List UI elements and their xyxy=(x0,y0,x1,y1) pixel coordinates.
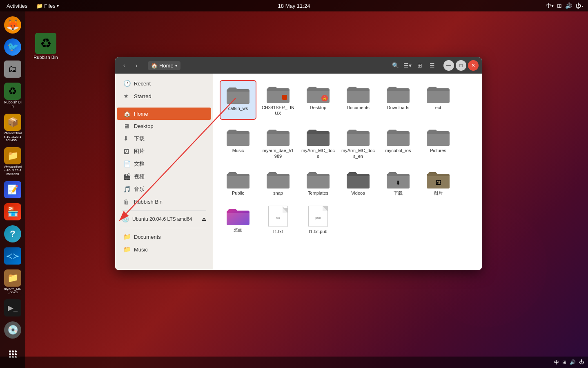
file-item-t1txtpub[interactable]: pub t1.txt.pub xyxy=(300,202,336,238)
bottom-network-icon[interactable]: ⊞ xyxy=(562,359,566,365)
bottom-input-icon[interactable]: 中 xyxy=(554,359,559,366)
file-item-myarm-docs[interactable]: myArm_MC_docs xyxy=(300,123,336,163)
sidebar-sep2 xyxy=(122,210,206,211)
dock-item-terminal[interactable]: ▶_ xyxy=(2,298,23,318)
dock-item-appstore[interactable]: 🏪 xyxy=(2,202,23,222)
home-icon: 🏠 xyxy=(123,110,131,117)
sidebar-label-pictures: 图片 xyxy=(134,148,145,155)
sidebar-item-downloads[interactable]: ⬇ 下载 xyxy=(117,132,211,145)
location-home[interactable]: 🏠 Home ▾ xyxy=(148,61,180,70)
dock-item-vmware1[interactable]: 📦 VMwareTools-10-.3.23-1659455... xyxy=(2,112,23,144)
sidebar-label-downloads: 下载 xyxy=(134,135,145,142)
ch341ser-label: CH341SER_LINUX xyxy=(261,105,295,117)
sidebar-item-videos[interactable]: 🎬 视频 xyxy=(117,171,211,183)
lock-badge: 🔒 xyxy=(321,95,328,101)
input-icon[interactable]: 中▾ xyxy=(546,2,554,9)
sidebar-label-starred: Starred xyxy=(134,93,151,99)
power-icon[interactable]: ⏻▾ xyxy=(575,2,584,9)
sidebar-item-starred[interactable]: ★ Starred xyxy=(117,90,211,102)
sidebar-sep1 xyxy=(122,105,206,105)
tupian-label: 图片 xyxy=(434,190,443,196)
sidebar-drive-ubuntu[interactable]: 💿 Ubuntu 20.04.6 LTS amd64 ⏏ xyxy=(115,213,213,225)
maximize-button[interactable]: □ xyxy=(456,60,466,71)
file-item-documents[interactable]: Documents xyxy=(340,80,376,120)
sidebar-label-recent: Recent xyxy=(134,81,151,87)
pictures-folder-label: Pictures xyxy=(430,148,446,153)
file-item-tupian[interactable]: 🖼 图片 xyxy=(420,166,457,199)
file-item-public[interactable]: Public xyxy=(220,166,256,199)
videos-icon: 🎬 xyxy=(123,173,131,180)
desktop-folder-label: Desktop xyxy=(310,105,326,110)
forward-button[interactable]: › xyxy=(131,60,142,71)
ch341ser-folder-icon xyxy=(267,83,290,103)
file-item-music[interactable]: Music xyxy=(220,123,256,163)
file-item-t1txt[interactable]: txt t1.txt xyxy=(260,202,296,238)
minimize-button[interactable]: — xyxy=(443,60,454,71)
sidebar-item-documents[interactable]: 📄 文档 xyxy=(117,158,211,170)
snap-folder-icon xyxy=(267,169,290,188)
dock-item-rubbish[interactable]: ♻ Rubbish Bin xyxy=(2,81,23,110)
dock-item-writer[interactable]: 📝 xyxy=(2,180,23,200)
file-item-videos[interactable]: Videos xyxy=(340,166,376,199)
dock-item-myarm[interactable]: 📁 myArm_MC_do-cs xyxy=(2,268,23,296)
desktop-label-rubbish: Rubbish Bin xyxy=(33,55,58,60)
files-menu[interactable]: 📁 Files ▾ xyxy=(34,2,61,10)
dock-item-help[interactable]: ? xyxy=(2,224,23,244)
catkin-ws-folder-icon xyxy=(227,84,249,104)
list-view-button[interactable]: ☰▾ xyxy=(402,60,413,71)
drive-label: Ubuntu 20.04.6 LTS amd64 xyxy=(132,216,192,222)
file-item-ch341ser[interactable]: CH341SER_LINUX xyxy=(260,80,296,120)
file-item-xiazai[interactable]: ⬇ 下载 xyxy=(380,166,416,199)
file-item-pictures[interactable]: Pictures xyxy=(420,123,457,163)
sidebar-item-rubbish[interactable]: 🗑 Rubbish Bin xyxy=(117,196,211,208)
sidebar-item-music[interactable]: 🎵 音乐 xyxy=(117,183,211,195)
file-item-myarm-docs-en[interactable]: myArm_MC_docs_en xyxy=(340,123,376,163)
bottom-power-icon[interactable]: ⏻ xyxy=(579,359,584,365)
sidebar-item-desktop[interactable]: 🖥 Desktop xyxy=(117,120,211,132)
titlebar-nav: ‹ › xyxy=(118,60,142,71)
dock-item-files[interactable]: 🗂 xyxy=(2,59,23,79)
myarm-dae-label: myarm_dae_51989 xyxy=(261,148,295,159)
file-item-templates[interactable]: Templates xyxy=(300,166,336,199)
sidebar-item-pictures[interactable]: 🖼 图片 xyxy=(117,145,211,157)
bm-documents-label: Documents xyxy=(134,234,161,240)
dock-item-vscode[interactable]: ≺≻ xyxy=(2,246,23,266)
file-item-mycobot[interactable]: mycobot_ros xyxy=(380,123,416,163)
eject-icon[interactable]: ⏏ xyxy=(202,216,206,222)
bottom-volume-icon[interactable]: 🔊 xyxy=(570,359,576,365)
bm-music-label: Music xyxy=(134,247,148,253)
public-folder-label: Public xyxy=(232,190,244,196)
back-button[interactable]: ‹ xyxy=(118,60,130,71)
myarm-docs-en-folder-icon xyxy=(347,126,370,146)
dock-item-firefox[interactable]: 🦊 xyxy=(2,15,23,35)
more-button[interactable]: ☰ xyxy=(426,60,438,71)
desktop-icon-rubbish[interactable]: ♻ Rubbish Bin xyxy=(29,33,62,60)
volume-icon[interactable]: 🔊 xyxy=(565,2,572,9)
file-item-downloads[interactable]: Downloads xyxy=(380,80,416,120)
dock: 🦊 🐦 🗂 ♻ Rubbish Bin 📦 VMwareTools-10-.3.… xyxy=(0,11,25,368)
dock-item-dvd[interactable]: 💿 xyxy=(2,320,23,340)
file-item-zhuomian[interactable]: 桌面 xyxy=(220,202,256,238)
network-icon[interactable]: ⊞ xyxy=(557,2,562,9)
icon-view-button[interactable]: ⊞ xyxy=(414,60,425,71)
myarm-docs-folder-icon xyxy=(307,126,330,146)
sidebar-label-music: 音乐 xyxy=(134,186,145,193)
file-item-catkin-ws[interactable]: catkin_ws xyxy=(220,80,256,120)
sidebar-item-recent[interactable]: 🕐 Recent xyxy=(117,77,211,90)
sidebar-label-home: Home xyxy=(134,111,148,117)
sidebar-bookmark-documents[interactable]: 📁 Documents xyxy=(117,231,211,243)
file-item-myarm-dae[interactable]: myarm_dae_51989 xyxy=(260,123,296,163)
close-button[interactable]: ✕ xyxy=(468,60,479,71)
xiazai-label: 下载 xyxy=(394,190,403,196)
search-button[interactable]: 🔍 xyxy=(390,60,401,71)
win-controls: — □ ✕ xyxy=(443,60,479,71)
activities-button[interactable]: Activities xyxy=(4,2,30,10)
sidebar-bookmark-music[interactable]: 📁 Music xyxy=(117,243,211,256)
dock-item-vmware2[interactable]: 📁 VMwareTools-10-.3.23-16594550 xyxy=(2,146,23,177)
documents-icon: 📄 xyxy=(123,160,131,168)
file-item-desktop[interactable]: 🔒 Desktop xyxy=(300,80,336,120)
sidebar-item-home[interactable]: 🏠 Home xyxy=(117,108,211,120)
dock-item-thunderbird[interactable]: 🐦 xyxy=(2,37,23,57)
file-item-ect[interactable]: ect xyxy=(420,80,457,120)
file-item-snap[interactable]: snap xyxy=(260,166,296,199)
